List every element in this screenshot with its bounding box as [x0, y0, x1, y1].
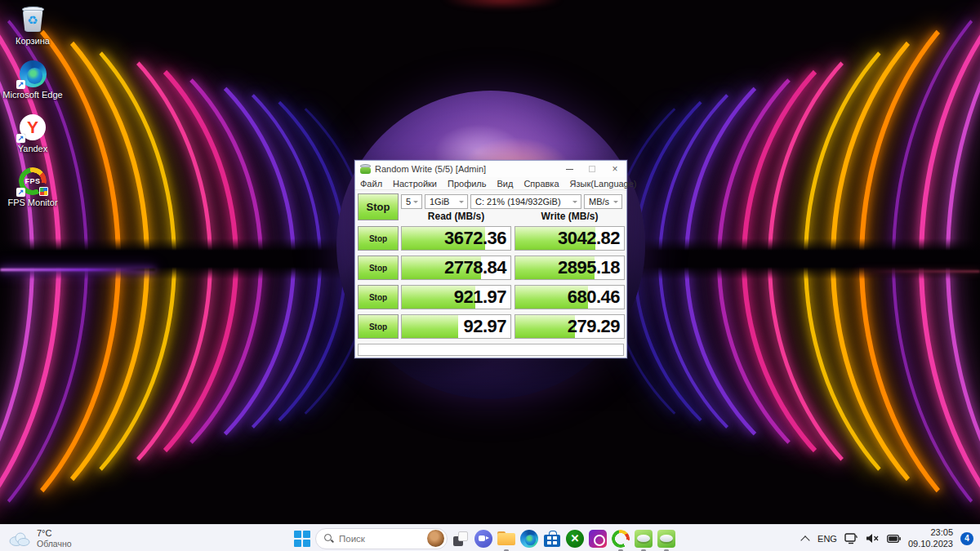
clock[interactable]: 23:05 09.10.2023: [908, 527, 953, 550]
read-result-cell: 921.97: [401, 285, 511, 309]
media-app-button[interactable]: [588, 529, 608, 549]
horizon-glow-left: [0, 269, 155, 271]
search-input[interactable]: [339, 534, 421, 544]
store-icon: [544, 531, 560, 547]
fps-monitor-taskbar-button[interactable]: [611, 529, 630, 549]
status-bar: [358, 344, 624, 356]
tray-overflow-chevron-icon[interactable]: [800, 534, 810, 544]
test-count-combobox[interactable]: 5: [401, 194, 422, 209]
read-result-value: 3672.36: [444, 228, 506, 249]
window-title: Random Write (5/5) [Admin]: [375, 164, 558, 174]
desktop-icon-label: Yandex: [1, 144, 65, 154]
media-app-icon: [589, 530, 607, 548]
network-icon[interactable]: [844, 531, 858, 545]
language-indicator[interactable]: ENG: [817, 534, 837, 544]
search-highlight-image: [427, 530, 444, 547]
desktop-icon-fps-monitor[interactable]: FPS ↗ FPS Monitor: [0, 167, 65, 220]
write-result-bar: [515, 315, 575, 338]
write-result-cell: 279.29: [514, 314, 625, 339]
menu-settings[interactable]: Настройки: [393, 179, 437, 189]
shortcut-arrow-icon: ↗: [16, 80, 25, 89]
horizon-band-left: [0, 238, 346, 279]
edge-icon: [520, 530, 538, 548]
chat-icon: [474, 530, 492, 548]
result-row: Stop2778.842895.18: [355, 256, 626, 280]
windows-logo-icon: [294, 531, 310, 547]
window-titlebar[interactable]: Random Write (5/5) [Admin] ×: [355, 161, 626, 177]
task-view-icon: [452, 531, 469, 547]
search-box[interactable]: [315, 528, 448, 549]
fps-monitor-icon: [612, 530, 630, 548]
menu-profile[interactable]: Профиль: [448, 179, 487, 189]
desktop-icon-edge[interactable]: ↗ Microsoft Edge: [0, 59, 65, 113]
write-result-value: 2895.18: [558, 257, 620, 278]
file-explorer-button[interactable]: [497, 529, 516, 549]
read-result-cell: 92.97: [401, 314, 511, 339]
yandex-icon: Y ↗: [18, 113, 47, 142]
fps-monitor-chip: [39, 187, 48, 196]
taskbar-center: ✕: [292, 525, 676, 551]
row-stop-button[interactable]: Stop: [358, 256, 399, 280]
menu-file[interactable]: Файл: [360, 179, 382, 189]
volume-muted-icon[interactable]: [866, 531, 880, 545]
read-result-bar: [402, 315, 458, 338]
result-row: Stop921.97680.46: [355, 285, 626, 309]
menu-view[interactable]: Вид: [497, 179, 513, 189]
shortcut-arrow-icon: ↗: [16, 188, 25, 197]
row-stop-button[interactable]: Stop: [358, 226, 399, 251]
close-button[interactable]: ×: [604, 161, 626, 177]
microsoft-store-button[interactable]: [542, 529, 562, 549]
menu-language[interactable]: Язык(Language): [570, 179, 637, 189]
battery-icon[interactable]: [887, 531, 901, 545]
row-stop-button[interactable]: Stop: [358, 314, 399, 339]
write-result-cell: 680.46: [514, 285, 625, 309]
write-column-header: Write (MB/s): [514, 211, 625, 224]
tray-time: 23:05: [908, 527, 953, 539]
system-tray: ENG 23:05 09.10.2023 4: [800, 525, 973, 551]
crystaldiskmark-app-icon: [360, 164, 371, 174]
result-row: Stop92.97279.29: [355, 314, 626, 339]
top-red-glow: [441, 0, 564, 10]
read-result-cell: 3672.36: [401, 226, 511, 251]
cloud-icon: [8, 531, 30, 546]
folder-icon: [497, 531, 515, 546]
crystaldiskmark-taskbar-button-2[interactable]: [657, 529, 676, 549]
chat-button[interactable]: [474, 529, 493, 549]
unit-combobox[interactable]: MB/s: [584, 194, 622, 209]
desktop-icon-recycle-bin[interactable]: ♻ Корзина: [0, 5, 65, 59]
tray-date: 09.10.2023: [908, 539, 953, 550]
stop-all-button[interactable]: Stop: [358, 193, 399, 220]
read-column-header: Read (MB/s): [401, 211, 511, 224]
weather-temperature: 7°C: [37, 528, 72, 539]
read-result-value: 92.97: [463, 316, 506, 337]
start-button[interactable]: [292, 529, 312, 549]
write-result-value: 3042.82: [558, 228, 620, 249]
taskbar: 7°C Облачно ✕: [0, 524, 980, 551]
maximize-icon: [589, 166, 595, 172]
weather-widget[interactable]: 7°C Облачно: [8, 525, 72, 551]
menu-help[interactable]: Справка: [523, 179, 559, 189]
xbox-button[interactable]: ✕: [565, 529, 585, 549]
crystaldiskmark-window: Random Write (5/5) [Admin] × Файл Настро…: [354, 160, 627, 358]
weather-condition: Облачно: [37, 539, 72, 549]
test-size-combobox[interactable]: 1GiB: [425, 194, 468, 209]
recycle-bin-icon: ♻: [18, 5, 47, 34]
desktop-icon-yandex[interactable]: Y ↗ Yandex: [0, 113, 65, 167]
task-view-button[interactable]: [451, 529, 470, 549]
fps-monitor-icon: FPS ↗: [18, 167, 47, 196]
drive-combobox[interactable]: C: 21% (194/932GiB): [470, 194, 581, 209]
shortcut-arrow-icon: ↗: [16, 134, 25, 143]
xbox-icon: ✕: [566, 530, 584, 548]
desktop-icon-column: ♻ Корзина ↗ Microsoft Edge Y ↗ Yandex FP…: [0, 5, 65, 220]
crystaldiskmark-taskbar-button-1[interactable]: [634, 529, 653, 549]
write-result-value: 680.46: [568, 287, 620, 308]
minimize-button[interactable]: [558, 161, 581, 177]
window-content: Stop 5 1GiB C: 21% (194/932GiB) MB/s Rea…: [355, 190, 626, 358]
minimize-icon: [566, 169, 573, 170]
read-result-value: 2778.84: [444, 257, 506, 278]
row-stop-button[interactable]: Stop: [358, 285, 399, 309]
desktop-icon-label: Корзина: [1, 36, 65, 47]
desktop-icon-label: Microsoft Edge: [1, 90, 65, 100]
edge-taskbar-button[interactable]: [519, 529, 539, 549]
notification-badge[interactable]: 4: [960, 532, 973, 545]
